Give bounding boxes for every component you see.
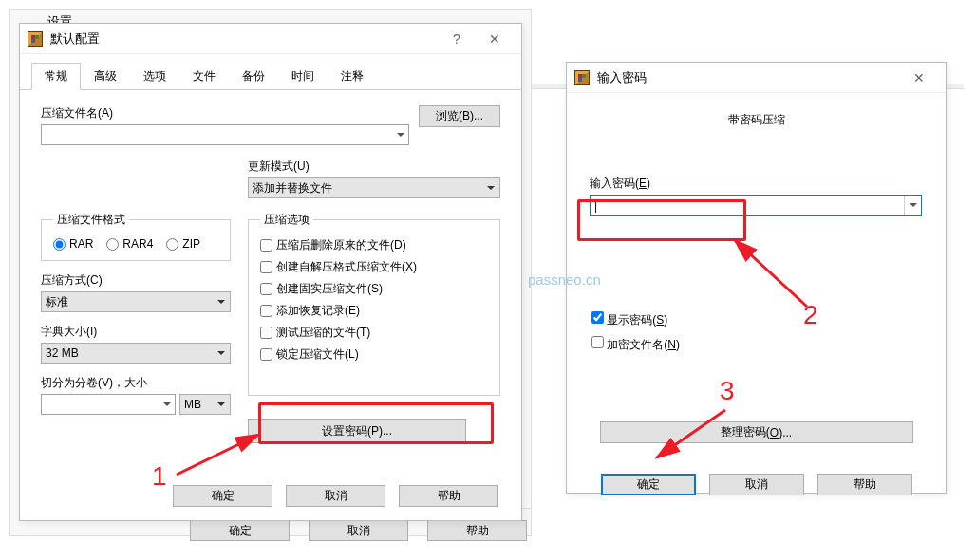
update-mode-label: 更新模式(U) (248, 159, 310, 175)
method-select[interactable]: 标准 (41, 291, 231, 312)
options-legend: 压缩选项 (260, 212, 313, 228)
options-fieldset: 压缩选项 压缩后删除原来的文件(D) 创建自解压格式压缩文件(X) 创建固实压缩… (248, 212, 500, 396)
tab-options[interactable]: 选项 (130, 63, 179, 90)
tab-advanced[interactable]: 高级 (81, 63, 130, 90)
radio-zip[interactable]: ZIP (166, 237, 200, 251)
set-password-button[interactable]: 设置密码(P)... (248, 419, 466, 443)
dialog-title: 默认配置 (50, 30, 438, 47)
winrar-icon (574, 70, 590, 85)
dialog-title: 输入密码 (597, 69, 900, 86)
tab-bar: 常规 高级 选项 文件 备份 时间 注释 (20, 54, 521, 90)
tab-files[interactable]: 文件 (179, 63, 229, 90)
browse-button[interactable]: 浏览(B)... (419, 105, 500, 127)
radio-rar[interactable]: RAR (53, 237, 93, 251)
dict-label: 字典大小(I) (41, 324, 97, 340)
check-solid[interactable]: 创建固实压缩文件(S) (260, 281, 383, 297)
titlebar: 默认配置 ? ✕ (20, 24, 521, 54)
close-icon[interactable]: ✕ (900, 65, 938, 91)
password-dropdown-icon[interactable] (904, 196, 921, 215)
method-label: 压缩方式(C) (41, 272, 103, 289)
help-button[interactable]: 帮助 (817, 474, 912, 495)
cancel-button[interactable]: 取消 (709, 474, 804, 495)
update-mode-select[interactable]: 添加并替换文件 (248, 177, 500, 198)
dict-select[interactable]: 32 MB (41, 343, 231, 364)
radio-rar4[interactable]: RAR4 (106, 237, 153, 251)
help-button[interactable]: 帮助 (399, 485, 498, 507)
bg-help-button: 帮助 (427, 520, 527, 541)
tab-backup[interactable]: 备份 (229, 63, 278, 90)
bg-cancel-button: 取消 (309, 520, 408, 541)
check-sfx[interactable]: 创建自解压格式压缩文件(X) (260, 259, 417, 275)
check-recovery[interactable]: 添加恢复记录(E) (260, 303, 360, 319)
filename-label: 压缩文件名(A) (41, 105, 113, 121)
split-size-input[interactable] (41, 394, 176, 415)
cancel-button[interactable]: 取消 (286, 485, 385, 507)
password-heading: 带密码压缩 (590, 112, 923, 128)
manage-passwords-button[interactable]: 整理密码(O)... (600, 421, 913, 443)
ok-button[interactable]: 确定 (173, 485, 272, 507)
close-icon[interactable]: ✕ (476, 26, 514, 52)
check-show-password[interactable]: 显示密码(S) (591, 311, 923, 328)
radio-rar4-input[interactable] (106, 238, 119, 251)
split-label: 切分为分卷(V)，大小 (41, 375, 147, 391)
format-fieldset: 压缩文件格式 RAR RAR4 ZIP (41, 212, 231, 261)
bg-ok-button: 确定 (190, 520, 290, 541)
radio-zip-input[interactable] (166, 238, 178, 251)
password-input[interactable] (591, 196, 904, 215)
password-dialog: 输入密码 ✕ 带密码压缩 输入密码(E) 显示密码(S) 加密文件名(N) 整理… (566, 62, 947, 494)
check-test[interactable]: 测试压缩的文件(T) (260, 325, 370, 341)
check-delete-after[interactable]: 压缩后删除原来的文件(D) (260, 237, 406, 253)
format-legend: 压缩文件格式 (53, 212, 129, 228)
split-unit-select[interactable]: MB (179, 394, 231, 415)
check-encrypt-filenames[interactable]: 加密文件名(N) (591, 336, 923, 353)
dialog-body: 压缩文件名(A) 浏览(B)... 更新模式(U) 添加并替换文件 压缩文件格式… (20, 90, 521, 458)
tab-general[interactable]: 常规 (31, 63, 81, 90)
password-label: 输入密码(E) (590, 176, 650, 192)
help-button-icon[interactable]: ? (438, 26, 476, 52)
password-combobox[interactable] (590, 195, 922, 216)
ok-button[interactable]: 确定 (601, 474, 696, 495)
radio-rar-input[interactable] (53, 238, 66, 251)
tab-comment[interactable]: 注释 (328, 63, 377, 90)
check-lock[interactable]: 锁定压缩文件(L) (260, 346, 359, 363)
winrar-icon (28, 31, 43, 47)
titlebar: 输入密码 ✕ (567, 63, 946, 93)
default-config-dialog: 默认配置 ? ✕ 常规 高级 选项 文件 备份 时间 注释 压缩文件名(A) 浏… (19, 23, 522, 521)
filename-input[interactable] (41, 124, 409, 145)
tab-time[interactable]: 时间 (278, 63, 328, 90)
